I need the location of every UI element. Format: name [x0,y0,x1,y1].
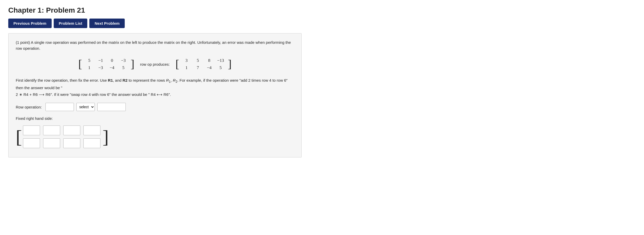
left-m-r1c4: −3 [120,58,127,63]
fixed-rhs-section: Fixed right hand side: [ ] [16,116,294,151]
right-m-r1c3: 8 [206,58,213,63]
next-problem-button[interactable]: Next Problem [89,19,125,28]
row-operation-input-1[interactable] [45,103,74,111]
left-matrix-grid: 5 −1 0 −3 1 −3 −4 5 [82,56,131,72]
right-matrix-wrapper: [ 3 5 8 −13 1 7 −4 5 ] [176,56,232,72]
matrix-input-grid [22,123,103,151]
desc-line1: First identify the row operation, then f… [16,78,288,97]
matrix-input-r2c2[interactable] [43,138,60,148]
problem-list-button[interactable]: Problem List [54,19,88,28]
row-operation-label: Row operation: [16,105,42,109]
page-title: Chapter 1: Problem 21 [8,6,302,14]
right-bracket-left: [ [176,58,179,70]
left-bracket-left: [ [78,58,82,70]
fixed-rhs-label: Fixed right hand side: [16,116,294,121]
row-operation-section: Row operation: select → ↔ [16,103,294,111]
row-operation-input-2[interactable] [97,103,126,111]
nav-buttons: Previous Problem Problem List Next Probl… [8,19,302,28]
right-m-r2c3: −4 [206,65,213,70]
description-text: First identify the row operation, then f… [16,77,294,98]
right-m-r1c1: 3 [183,58,190,63]
right-m-r1c4: −13 [217,58,224,63]
right-bracket-right: ] [228,58,232,70]
matrix-input-r2c1[interactable] [23,138,40,148]
matrix-input-r1c4[interactable] [83,125,100,135]
previous-problem-button[interactable]: Previous Problem [8,19,52,28]
row-operation-select[interactable]: select → ↔ [76,103,95,111]
right-m-r1c2: 5 [194,58,201,63]
left-m-r1c1: 5 [86,58,93,63]
matrix-input-r2c3[interactable] [63,138,80,148]
matrix-input-r2c4[interactable] [83,138,100,148]
left-m-r1c2: −1 [97,58,104,63]
page-container: Chapter 1: Problem 21 Previous Problem P… [0,0,310,164]
problem-box: (1 point) A single row operation was per… [8,33,302,157]
left-m-r2c1: 1 [86,65,93,70]
problem-intro: (1 point) A single row operation was per… [16,40,294,51]
matrix-input-r1c1[interactable] [23,125,40,135]
matrix-input-wrapper: [ ] [16,123,109,151]
matrix-input-r1c2[interactable] [43,125,60,135]
left-m-r2c3: −4 [108,65,116,70]
left-matrix-wrapper: [ 5 −1 0 −3 1 −3 −4 5 ] [78,56,134,72]
matrix-row: [ 5 −1 0 −3 1 −3 −4 5 ] row op produces:… [16,56,294,72]
left-m-r2c2: −3 [97,65,104,70]
matrix-input-bracket-left: [ [16,123,22,151]
left-m-r2c4: 5 [120,65,127,70]
right-m-r2c2: 7 [194,65,201,70]
right-m-r2c1: 1 [183,65,190,70]
matrix-input-r1c3[interactable] [63,125,80,135]
matrix-input-bracket-right: ] [103,123,109,151]
right-m-r2c4: 5 [217,65,224,70]
left-bracket-right: ] [131,58,135,70]
row-op-produces-label: row op produces: [140,62,170,66]
left-m-r1c3: 0 [108,58,116,63]
right-matrix-grid: 3 5 8 −13 1 7 −4 5 [179,56,228,72]
